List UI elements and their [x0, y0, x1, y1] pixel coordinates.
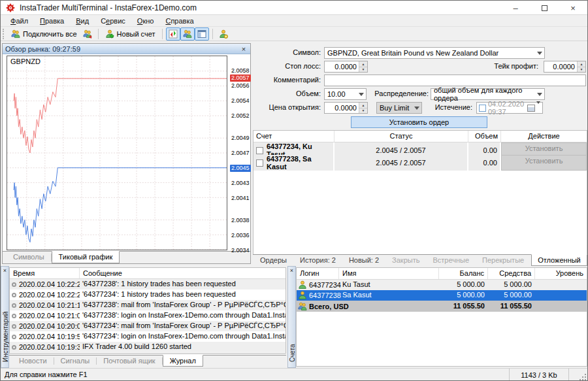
minimize-button[interactable]: – [501, 1, 530, 15]
journal-tab[interactable]: Сигналы [54, 356, 97, 367]
stop-loss-label: Стоп лосс: [255, 61, 321, 72]
order-tab[interactable]: Отложенный [531, 254, 587, 266]
new-account-button[interactable]: Новый счет [102, 27, 159, 41]
journal-cell-message: '64377234': mail from 'InstaForex Group'… [80, 321, 286, 331]
total-label: Всего, USD [309, 301, 349, 312]
person-gear-icon [219, 29, 228, 39]
maximize-button[interactable] [530, 1, 559, 15]
order-tab: Встречные [427, 255, 475, 266]
row-checkbox[interactable] [256, 147, 263, 154]
person-icon [298, 280, 307, 290]
market-watch-titlebar[interactable]: Обзор рынка: 09:27:59 × [3, 44, 250, 54]
expiration-datepicker[interactable]: 04.02.2020 09:37 [476, 102, 543, 114]
order-tab[interactable]: Новый: 2 [343, 255, 385, 266]
journal-panel: × Инструментарий ВремяСообщение 2020.02.… [1, 266, 287, 368]
terminal-window-icon [197, 29, 206, 39]
journal-close-icon[interactable]: × [1, 267, 8, 274]
open-price-label: Цена открытия: [255, 102, 321, 113]
account-settings-button[interactable] [216, 27, 231, 41]
people-disconnect-icon [83, 29, 92, 39]
accounts-close-icon[interactable]: × [288, 267, 295, 274]
market-watch-close-icon[interactable]: × [240, 45, 248, 53]
journal-cell-time: 2020.02.04 10:21:1... [10, 300, 80, 310]
accounts-total-row: Всего, USD 11 055.50 11 055.50 [297, 301, 587, 312]
table-row[interactable]: 2020.02.04 10:21:1...'64377238': mail fr… [10, 300, 286, 310]
spinner-buttons[interactable]: ▲▼ [359, 61, 367, 72]
market-watch-tabs: СимволыТиковый график [3, 251, 250, 263]
accounts-column-header: Уровень [535, 268, 587, 279]
log-entry-icon [12, 293, 16, 297]
orders-cell-volume: 0.00 [468, 155, 501, 171]
open-price-input[interactable]: 0.0000 ▲▼ [324, 102, 368, 114]
orders-column-header: Счет [253, 131, 335, 142]
take-profit-input[interactable]: 0.0000 ▲▼ [544, 61, 586, 73]
table-row[interactable]: 64377238, Sa Kasut2.0045 / 2.00570.00Уст… [253, 155, 587, 167]
order-tab[interactable]: История: 2 [294, 255, 342, 266]
toolbar-grip[interactable] [3, 29, 5, 39]
spinner-buttons[interactable]: ▲▼ [359, 103, 367, 113]
symbol-select[interactable]: GBPNZD, Great Britain Pound vs New Zeala… [324, 47, 545, 59]
menu-item-файл[interactable]: Файл [5, 16, 34, 25]
tick-chart-plot[interactable]: GBPNZD [7, 56, 227, 250]
tick-chart[interactable]: GBPNZD 2.00582.00572.00562.00542.00522.0… [3, 54, 250, 251]
calendar-icon[interactable] [527, 105, 535, 112]
comment-input[interactable] [324, 75, 586, 86]
toggle-accounts-button[interactable] [180, 27, 195, 41]
resize-grip[interactable] [580, 374, 586, 380]
journal-tab[interactable]: Новости [12, 356, 54, 367]
journal-tab[interactable]: Почтовый ящик [97, 356, 161, 367]
table-row[interactable]: 2020.02.04 10:19:5...'64377234': login o… [10, 331, 286, 342]
volume-select[interactable]: 10.00 [324, 88, 367, 100]
menu-item-вид[interactable]: Вид [70, 16, 95, 25]
table-row[interactable]: 64377234Ku Tasut5 000.005 000.00 [297, 280, 587, 290]
journal-cell-message: '64377238': mail from 'InstaForex Group'… [80, 300, 286, 310]
chevron-down-icon[interactable] [535, 48, 544, 58]
stop-loss-input[interactable]: 0.0000 ▲▼ [324, 61, 368, 73]
place-order-button[interactable]: Установить ордер [351, 116, 487, 128]
table-row[interactable]: 64377238Sa Kasut5 000.005 000.00 [297, 290, 587, 301]
app-icon [6, 3, 15, 12]
disconnect-all-button[interactable] [80, 27, 95, 41]
app-window: InstaTrader MultiTerminal - InstaForex-1… [0, 0, 588, 381]
accounts-panel: × Счета ЛогинИмяБалансСредстваУровень 64… [287, 266, 588, 368]
orders-table-header: СчетСтатусОбъемДействие [253, 131, 587, 142]
table-row[interactable]: 2020.02.04 10:20:0...'64377234': mail fr… [10, 321, 286, 331]
row-checkbox[interactable] [256, 159, 263, 167]
orders-cell-status: 2.0045 / 2.0057 [335, 155, 468, 171]
volume-label: Объем: [255, 88, 321, 99]
menu-item-справка[interactable]: Справка [159, 16, 199, 25]
toggle-market-watch-button[interactable] [166, 27, 180, 41]
connect-all-button[interactable]: Подключить все [8, 27, 80, 41]
accounts-cell-name: Sa Kasut [339, 290, 439, 301]
price-tick: 2.0038 [231, 217, 250, 224]
account-name: 64377238, Sa Kasut [267, 155, 331, 171]
menu-item-сервис[interactable]: Сервис [95, 16, 131, 25]
tab-tick-chart[interactable]: Тиковый график [52, 251, 120, 263]
menu-item-правка[interactable]: Правка [34, 16, 70, 25]
open-price-value: 0.0000 [325, 104, 359, 112]
chevron-down-icon[interactable] [535, 89, 544, 99]
tab-symbols[interactable]: Символы [7, 252, 51, 263]
spinner-buttons[interactable]: ▲▼ [577, 61, 585, 72]
toolbar-separator [98, 29, 99, 39]
orders-table: СчетСтатусОбъемДействие 64377234, Ku Tas… [253, 130, 587, 254]
accounts-column-header: Баланс [439, 268, 488, 279]
chevron-down-icon[interactable] [536, 104, 540, 112]
table-row[interactable]: 2020.02.04 10:22:2...'64377234': 1 histo… [10, 290, 286, 300]
expiration-checkbox[interactable] [479, 105, 486, 112]
table-row[interactable]: 2020.02.04 10:22:2...'64377238': 1 histo… [10, 279, 286, 290]
distribution-select[interactable]: общий объем для каждого ордера [431, 88, 545, 100]
table-row[interactable]: 64377234, Ku Tasut2.0045 / 2.00570.00Уст… [253, 142, 587, 154]
order-tab[interactable]: Ордеры [254, 255, 293, 266]
close-button[interactable]: × [559, 1, 587, 15]
volume-value: 10.00 [325, 90, 357, 98]
table-row[interactable]: 2020.02.04 10:19:3...IFX Trader 4.00 bui… [10, 342, 286, 352]
market-watch-icon [169, 29, 178, 39]
journal-cell-time: 2020.02.04 10:22:2... [10, 279, 80, 290]
toggle-terminal-button[interactable] [195, 27, 209, 41]
table-row[interactable]: 2020.02.04 10:21:0...'64377238': login o… [10, 310, 286, 321]
menu-item-окно[interactable]: Окно [131, 16, 160, 25]
accounts-column-header: Логин [297, 268, 339, 279]
place-button-disabled[interactable]: Установить [501, 155, 587, 171]
journal-tab[interactable]: Журнал [163, 355, 203, 367]
